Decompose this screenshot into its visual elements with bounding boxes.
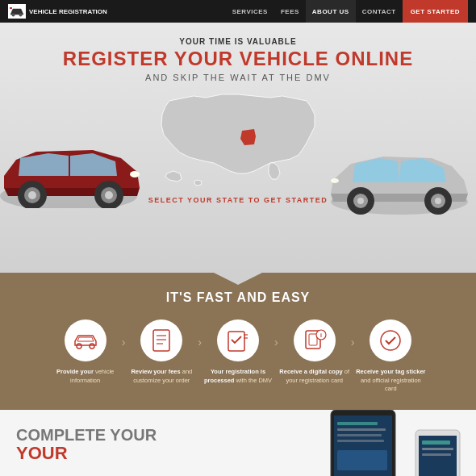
car-left xyxy=(0,119,153,216)
hand-svg xyxy=(399,426,476,477)
checkmark-icon xyxy=(378,328,403,353)
svg-rect-45 xyxy=(422,441,450,445)
get-started-button[interactable]: GET STARTED xyxy=(403,0,468,23)
step-4-text: Receive a digital copy of your registrat… xyxy=(278,368,351,385)
logo: VEHICLE REGISTRATION xyxy=(8,4,107,19)
step-3-text: Your registration is processed with the … xyxy=(202,368,274,385)
svg-point-21 xyxy=(77,344,81,349)
hero-title-main: REGISTER YOUR VEHICLE xyxy=(63,48,336,69)
hero-title: REGISTER YOUR VEHICLE ONLINE xyxy=(63,48,413,70)
step-3: Your registration is processed with the … xyxy=(202,319,274,385)
logo-text: VEHICLE REGISTRATION xyxy=(29,8,107,15)
svg-point-20 xyxy=(331,178,339,183)
svg-rect-40 xyxy=(337,440,384,442)
step-1-circle xyxy=(65,319,106,361)
complete-section: COMPLETE YOUR YOUR xyxy=(0,410,476,477)
nav-contact[interactable]: CONTACT xyxy=(356,0,403,23)
complete-title: COMPLETE YOUR YOUR xyxy=(16,426,157,463)
us-map[interactable] xyxy=(149,86,327,191)
list-icon xyxy=(150,328,173,353)
hero-tagline: AND SKIP THE WAIT AT THE DMV xyxy=(145,73,331,82)
car-icon xyxy=(73,331,98,351)
step-2-circle xyxy=(140,319,182,361)
svg-point-3 xyxy=(19,14,23,17)
svg-rect-4 xyxy=(10,7,12,9)
steps-container: Provide your vehicle information › Revie… xyxy=(16,319,460,394)
hero-section: YOUR TIME IS VALUABLE REGISTER YOUR VEHI… xyxy=(0,23,476,273)
step-5: Receive your tag sticker and official re… xyxy=(354,319,427,394)
map-cta[interactable]: SELECT YOUR STATE TO GET STARTED xyxy=(148,196,328,204)
step-1-text: Provide your vehicle information xyxy=(49,368,122,385)
navbar: VEHICLE REGISTRATION SERVICES FEES ABOUT… xyxy=(0,0,476,23)
step-3-circle xyxy=(217,319,259,361)
svg-rect-23 xyxy=(153,330,169,351)
digital-copy-icon: i xyxy=(303,328,327,353)
svg-point-8 xyxy=(28,191,36,199)
nav-links: SERVICES FEES ABOUT US CONTACT GET START… xyxy=(226,0,468,23)
svg-point-16 xyxy=(357,198,364,204)
svg-rect-46 xyxy=(422,448,453,450)
svg-rect-37 xyxy=(337,422,378,425)
step-5-text: Receive your tag sticker and official re… xyxy=(354,368,427,394)
hero-subtitle: YOUR TIME IS VALUABLE xyxy=(179,37,296,46)
nav-services[interactable]: SERVICES xyxy=(226,0,274,23)
step-4: i Receive a digital copy of your registr… xyxy=(278,319,351,385)
step-2-text: Review your fees and customize your orde… xyxy=(125,368,198,385)
svg-rect-47 xyxy=(422,453,451,456)
svg-point-34 xyxy=(381,331,400,350)
step-2: Review your fees and customize your orde… xyxy=(125,319,198,385)
svg-point-12 xyxy=(130,171,140,177)
fast-easy-title: IT'S FAST AND EASY xyxy=(16,290,460,305)
svg-point-11 xyxy=(105,191,113,199)
complete-title-accent: YOUR xyxy=(16,443,68,463)
fast-title-rest: AND EASY xyxy=(233,290,311,304)
process-icon xyxy=(226,328,250,353)
svg-text:i: i xyxy=(320,332,322,338)
svg-point-22 xyxy=(90,344,94,349)
svg-rect-41 xyxy=(337,450,387,470)
nav-about[interactable]: ABOUT US xyxy=(306,0,356,23)
hero-title-accent: ONLINE xyxy=(335,48,413,69)
fast-title-bold: IT'S FAST xyxy=(166,290,233,304)
svg-point-2 xyxy=(12,14,15,17)
complete-title-block: COMPLETE YOUR YOUR xyxy=(16,426,157,463)
complete-title-line1: COMPLETE YOUR xyxy=(16,426,157,444)
logo-icon xyxy=(8,4,26,19)
step-1: Provide your vehicle information xyxy=(49,319,122,385)
hand-with-phone xyxy=(399,426,476,477)
svg-point-19 xyxy=(435,198,441,204)
us-map-svg xyxy=(149,86,327,191)
svg-rect-39 xyxy=(337,434,382,436)
car-right xyxy=(323,127,476,216)
step-5-circle xyxy=(370,319,411,361)
svg-rect-38 xyxy=(337,428,386,431)
nav-fees[interactable]: FEES xyxy=(274,0,306,23)
step-4-circle: i xyxy=(294,319,336,361)
fast-easy-section: IT'S FAST AND EASY Provide your vehicle … xyxy=(0,273,476,410)
